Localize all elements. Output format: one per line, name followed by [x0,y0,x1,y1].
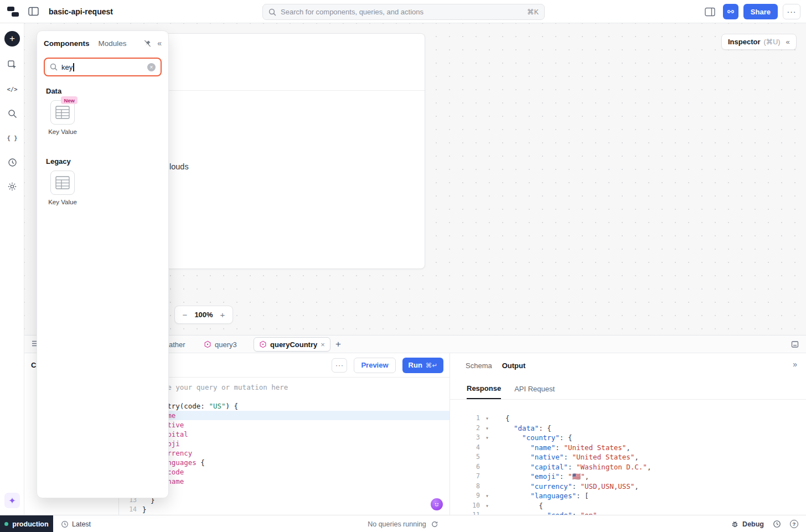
assistant-avatar[interactable] [431,498,443,510]
zoom-level[interactable]: 100% [194,311,213,319]
component-card-keyvalue-legacy[interactable]: Key Value [45,171,80,205]
line-content: "code": "en" [494,510,597,515]
settings-gear-icon[interactable] [4,179,20,194]
query-more-button[interactable]: ··· [332,358,347,373]
preview-button[interactable]: Preview [354,358,395,373]
component-card-label: Key Value [45,128,80,135]
response-subtabs: Response API Request [450,378,806,400]
fold-arrow-icon[interactable]: ▾ [480,491,494,501]
retool-logo-icon[interactable] [7,6,19,18]
json-line: 2▾ "data": { [450,423,806,433]
json-line: 6 "capital": "Washington D.C.", [450,462,806,472]
more-menu-button[interactable]: ··· [783,4,800,19]
environment-label: production [12,520,48,528]
line-number: 11 [458,510,480,515]
query-tab-querycountry[interactable]: queryCountry × [254,337,330,352]
search-shortcut: ⌘K [527,8,539,16]
new-badge: New [61,96,78,104]
expand-chevrons-icon[interactable]: » [793,360,797,369]
unpin-icon[interactable] [143,39,152,48]
query-tab-weather[interactable]: ather [169,335,185,353]
copy-link-button[interactable] [723,4,738,19]
right-panel-toggle-icon[interactable] [702,4,718,19]
query-tab-query3[interactable]: query3 [204,335,237,353]
tab-output[interactable]: Output [502,361,526,370]
inspector-shortcut: (⌘U) [764,38,781,46]
fold-arrow-icon[interactable]: ▾ [480,423,494,433]
environment-dot [4,522,8,526]
line-number: 3 [458,433,480,443]
query-left-panel-header: C [31,361,36,369]
queries-status: No queries running [368,515,438,532]
line-content: "native": "United States", [494,452,639,462]
json-line: 3▾ "country": { [450,433,806,443]
subtab-api-request[interactable]: API Request [514,385,555,399]
line-content: "capital": "Washington D.C.", [494,462,651,472]
help-icon[interactable]: ? [790,520,798,528]
run-shortcut: ⌘↵ [426,361,437,369]
inspector-button[interactable]: Inspector (⌘U) « [721,34,797,50]
components-panel: Components Modules « key × Data New Key … [37,30,169,498]
run-button[interactable]: Run ⌘↵ [402,358,443,373]
components-panel-header: Components Modules « [37,31,168,52]
tab-components[interactable]: Components [44,39,90,48]
tab-modules[interactable]: Modules [99,39,127,48]
line-content: { [494,414,510,423]
clock-icon[interactable] [773,520,781,528]
keyvalue-component-icon [50,171,75,195]
zoom-out-button[interactable]: − [180,310,189,319]
fold-spacer [480,462,494,472]
json-line: 4 "name": "United States", [450,443,806,453]
json-line: 7 "emoji": "🇺🇸", [450,472,806,482]
inspector-label: Inspector [728,38,761,46]
section-title-legacy: Legacy [37,157,168,166]
line-number: 6 [458,462,480,472]
close-tab-icon[interactable]: × [321,340,325,349]
debug-button[interactable]: Debug [731,520,764,528]
line-number: 10 [458,501,480,511]
add-query-button[interactable]: + [332,335,344,353]
zoom-in-button[interactable]: + [218,310,227,319]
insert-component-button[interactable]: + [4,31,20,47]
line-content: "name": "United States", [494,443,631,453]
environment-selector[interactable]: production [0,515,53,532]
component-card-keyvalue-new[interactable]: New Key Value [45,100,80,135]
json-line: 8 "currency": "USD,USN,USS", [450,482,806,492]
share-button[interactable]: Share [743,4,778,19]
fold-arrow-icon[interactable]: ▾ [480,433,494,443]
zoom-control: − 100% + [174,306,233,324]
version-selector[interactable]: Latest [61,515,91,532]
tab-schema[interactable]: Schema [466,361,492,370]
line-content: { [494,501,543,511]
version-history-icon [61,520,69,528]
code-icon[interactable]: </> [4,81,20,97]
text-caret [73,63,74,71]
fold-arrow-icon[interactable]: ▾ [480,501,494,511]
component-tree-icon[interactable] [4,57,20,73]
search-icon[interactable] [4,106,20,121]
fold-spacer [480,452,494,462]
search-value: key [61,63,73,71]
fold-arrow-icon[interactable]: ▾ [480,414,494,423]
subtab-response[interactable]: Response [467,384,501,399]
json-line: 10▾ { [450,501,806,511]
json-line: 5 "native": "United States", [450,452,806,462]
version-label: Latest [72,520,91,528]
section-title-data: Data [37,87,168,95]
refresh-icon[interactable] [431,520,438,528]
response-json-viewer[interactable]: 1▾{2▾ "data": {3▾ "country": {4 "name": … [450,409,806,515]
line-content: "emoji": "🇺🇸", [494,472,589,482]
graphql-hexagon-icon [259,340,267,348]
collapse-bottom-panel-icon[interactable] [790,340,799,349]
clear-search-icon[interactable]: × [147,63,156,71]
collapse-panel-icon[interactable]: « [157,39,162,48]
collapse-chevrons-icon[interactable]: « [786,38,789,46]
line-number: 9 [458,491,480,501]
global-search[interactable]: Search for components, queries, and acti… [262,4,545,20]
component-search-input[interactable]: key × [44,58,162,76]
history-icon[interactable] [4,154,20,170]
ai-assistant-sparkle-icon[interactable]: ✦ [4,493,20,508]
fold-spacer [480,510,494,515]
state-braces-icon[interactable]: { } [4,130,20,146]
left-panel-toggle-icon[interactable] [28,7,39,16]
